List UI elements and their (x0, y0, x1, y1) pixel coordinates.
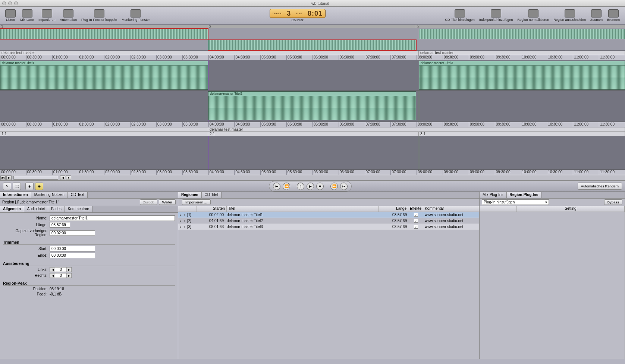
toolbar-button[interactable]: Indexpunkt hinzufügen (477, 9, 515, 22)
play-icon[interactable]: ▶ (307, 183, 314, 190)
toolbar-button[interactable]: Importieren (36, 9, 58, 22)
table-row[interactable]: ▸♪[3]08:01:63delamar-master Titel303:57:… (178, 224, 479, 230)
tab[interactable]: CD-Text (68, 192, 88, 198)
toolbar-button[interactable]: Listen (3, 9, 18, 22)
note-icon: ♪ (182, 219, 186, 223)
overview-pane[interactable]: 1 2 3 (0, 25, 625, 51)
toolbar-button[interactable]: Region ausschneiden (551, 9, 588, 22)
overview-clip-3[interactable] (419, 29, 625, 39)
peak-section: Region-Peak (3, 281, 175, 286)
toolbar-label: Importieren (38, 18, 56, 22)
regions-pane: RegionenCD-Titel Importieren ... Starten… (178, 192, 480, 359)
effects-checkbox[interactable]: ✓ (414, 213, 418, 217)
ruler-tick: 01:30:00 (78, 55, 104, 60)
trim-end-field[interactable] (50, 253, 95, 258)
nav-next-icon[interactable]: ▸ (66, 175, 71, 180)
close-dot[interactable] (2, 1, 6, 5)
marker-tool-icon[interactable]: ◈ (25, 183, 34, 190)
table-row[interactable]: ▸♪[2]04:01:69delamar-master Titel203:57:… (178, 218, 479, 224)
back-button[interactable]: Zurück (140, 199, 157, 205)
stop-icon[interactable]: ■ (316, 183, 324, 190)
effects-checkbox[interactable]: ✓ (414, 219, 418, 223)
ruler-tick: 00:30:00 (26, 55, 52, 60)
toolbar-button[interactable]: Mix-Lane (18, 9, 36, 22)
tab[interactable]: Fades (48, 206, 65, 212)
overview-clip-2[interactable] (208, 40, 416, 50)
ruler-tick: 09:00:00 (469, 170, 495, 175)
counter-time: 8:01 (308, 10, 323, 18)
toolbar-button[interactable]: CD-Titel hinzufügen (443, 9, 477, 22)
marquee-tool-icon[interactable]: ⬚ (13, 183, 21, 190)
effects-checkbox[interactable]: ✓ (414, 225, 418, 229)
tab[interactable]: Informationen (0, 192, 31, 198)
next-marker-icon[interactable]: ⏩ (330, 183, 338, 190)
goto-start-icon[interactable]: ⏮ (273, 183, 280, 190)
marker-region-label: delamar-test-master (208, 127, 625, 132)
zoom-dot[interactable] (14, 1, 18, 5)
left-gain-stepper[interactable]: ◂0▸ (50, 267, 72, 272)
time-ruler-3[interactable]: 00:00:0000:30:0001:00:0001:30:0002:00:00… (0, 170, 625, 175)
region-label: delamar-test-master (419, 51, 625, 55)
add-plugin-select[interactable]: Plug-In hinzufügen (482, 199, 549, 205)
audio-clip-1[interactable]: delamar-master Titel1 (0, 61, 208, 90)
marker-tool-yellow-icon[interactable]: ◈ (35, 183, 43, 190)
counter-label: Counter (292, 18, 304, 22)
disclosure-icon[interactable]: ▸ (178, 225, 182, 229)
zoom-slider[interactable] (13, 176, 58, 180)
name-field[interactable] (50, 215, 175, 221)
ruler-tick: 00:00:00 (0, 170, 26, 175)
toolbar-button[interactable]: Brennen (605, 9, 622, 22)
ruler-tick: 05:00:00 (260, 55, 286, 60)
disclosure-icon[interactable]: ▸ (178, 213, 182, 217)
toolbar-button[interactable]: Monitoring-Fenster (119, 9, 152, 22)
time-ruler[interactable]: 00:00:0000:30:0001:00:0001:30:0002:00:00… (0, 55, 625, 60)
nav-rewind-icon[interactable]: ⏮ (0, 175, 6, 180)
audio-clip-2[interactable]: delamar-master Titel2 (208, 91, 416, 120)
nav-play-icon[interactable]: ▸ (6, 175, 12, 180)
prev-marker-icon[interactable]: ⏪ (283, 183, 290, 190)
ruler-tick: 08:00:00 (417, 170, 443, 175)
ruler-tick: 07:30:00 (390, 55, 417, 60)
peak-level: -0,1 dB (50, 292, 62, 296)
toolbar-button[interactable]: Plug-In-Fenster koppeln (79, 9, 119, 22)
time-ruler-2[interactable]: 00:00:0000:30:0001:00:0001:30:0002:00:00… (0, 122, 625, 127)
disclosure-icon[interactable]: ▸ (178, 219, 182, 223)
marker-region-bar: delamar-test-master (0, 127, 625, 132)
tab[interactable]: Allgemein (0, 206, 24, 212)
tab[interactable]: Audiodatei (24, 206, 48, 212)
nav-prev-icon[interactable]: ◂ (60, 175, 65, 180)
info-pane: InformationenMastering-NotizenCD-Text Re… (0, 192, 178, 359)
tab[interactable]: Mastering-Notizen (31, 192, 68, 198)
ruler-tick: 06:00:00 (312, 122, 339, 127)
toolbar-icon (455, 9, 465, 18)
ruler-tick: 03:30:00 (182, 122, 208, 127)
table-row[interactable]: ▸♪[1]00:02:00delamar-master Titel103:57:… (178, 212, 479, 218)
toolbar-button[interactable]: Region normalisieren (515, 9, 551, 22)
import-button[interactable]: Importieren ... (182, 199, 211, 205)
marker-pane[interactable] (0, 136, 625, 170)
return-icon[interactable]: ⤴ (297, 183, 304, 190)
pointer-tool-icon[interactable]: ↖ (3, 183, 11, 190)
auto-render-button[interactable]: Automatisches Rendern (578, 183, 622, 190)
forward-button[interactable]: Weiter (159, 199, 176, 205)
right-gain-stepper[interactable]: ◂0▸ (50, 273, 72, 278)
tab[interactable]: Regionen (178, 192, 202, 198)
ruler-tick: 06:30:00 (339, 122, 365, 127)
goto-end-icon[interactable]: ⏭ (340, 183, 348, 190)
toolbar-label: CD-Titel hinzufügen (445, 18, 475, 22)
tab[interactable]: CD-Titel (202, 192, 222, 198)
minimize-dot[interactable] (8, 1, 12, 5)
gap-field[interactable] (50, 230, 95, 236)
overview-clip-1[interactable] (0, 29, 208, 39)
track-area[interactable]: delamar-master Titel1 delamar-master Tit… (0, 60, 625, 122)
ruler-tick: 05:30:00 (286, 55, 312, 60)
tab[interactable]: Mix-Plug-Ins (480, 192, 507, 198)
toolbar-button[interactable]: Automation (58, 9, 79, 22)
trim-start-field[interactable] (50, 246, 95, 251)
toolbar-button[interactable]: Zoomen (588, 9, 605, 22)
audio-clip-3[interactable]: delamar-master Titel3 (419, 61, 625, 90)
ruler-tick: 08:30:00 (443, 55, 469, 60)
tab[interactable]: Region-Plug-Ins (507, 192, 542, 198)
bypass-button[interactable]: Bypass (604, 199, 622, 205)
tab[interactable]: Kommentare (65, 206, 92, 212)
